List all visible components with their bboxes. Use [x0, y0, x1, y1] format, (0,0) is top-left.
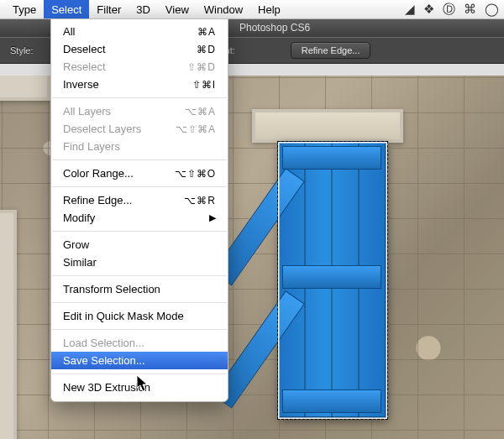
- menu-select[interactable]: Select: [44, 0, 89, 18]
- menu-item-label: Similar: [63, 256, 97, 269]
- canvas-image: [0, 76, 50, 101]
- menu-item-shortcut: ⇧⌘D: [187, 61, 216, 73]
- canvas-image: [0, 210, 17, 439]
- menu-filter[interactable]: Filter: [89, 0, 129, 18]
- menu-item-label: Inverse: [63, 78, 99, 91]
- menu-item-label: All Layers: [63, 105, 111, 118]
- menu-item-label: Save Selection...: [63, 354, 145, 367]
- menu-separator: [52, 374, 227, 374]
- menu-item-shortcut: ⌘A: [197, 26, 216, 38]
- menu-item-modify[interactable]: Modify▶: [51, 209, 228, 227]
- menu-separator: [52, 302, 227, 303]
- menu-item-shortcut: ⌥⌘A: [185, 106, 216, 118]
- menu-item-label: Deselect: [63, 43, 106, 55]
- menu-item-shortcut: ⌥⇧⌘O: [175, 168, 216, 180]
- menu-separator: [52, 159, 227, 160]
- menu-item-shortcut: ⌥⇧⌘A: [176, 123, 216, 135]
- menu-item-inverse[interactable]: Inverse⇧⌘I: [51, 76, 228, 93]
- menu-item-label: Load Selection...: [63, 337, 144, 349]
- menu-item-label: Color Range...: [63, 167, 134, 180]
- submenu-arrow-icon: ▶: [209, 212, 216, 223]
- menu-item-all-layers: All Layers⌥⌘A: [51, 102, 228, 120]
- menu-item-label: Find Layers: [63, 140, 120, 153]
- menu-item-deselect-layers: Deselect Layers⌥⇧⌘A: [51, 120, 228, 138]
- menu-item-label: Reselect: [63, 60, 106, 73]
- dropbox-icon[interactable]: ❖: [423, 2, 434, 17]
- menu-item-load-selection: Load Selection...: [51, 334, 228, 352]
- menu-separator: [52, 329, 227, 330]
- menu-item-grow[interactable]: Grow: [51, 236, 228, 253]
- menu-item-similar[interactable]: Similar: [51, 253, 228, 271]
- menu-item-shortcut: ⇧⌘I: [192, 79, 216, 91]
- menu-item-label: All: [63, 25, 75, 38]
- menu-item-reselect: Reselect⇧⌘D: [51, 58, 228, 76]
- menu-help[interactable]: Help: [250, 0, 288, 18]
- menu-item-shortcut: ⌘D: [197, 44, 216, 55]
- menu-item-shortcut: ⌥⌘R: [184, 195, 216, 206]
- creative-icon[interactable]: ◯: [485, 2, 499, 17]
- menu-item-label: Edit in Quick Mask Mode: [63, 310, 184, 322]
- refine-edge-button[interactable]: Refine Edge...: [291, 42, 371, 59]
- mac-menubar: Type Select Filter 3D View Window Help ◢…: [0, 0, 504, 19]
- menu-separator: [52, 186, 227, 187]
- menu-item-transform-selection[interactable]: Transform Selection: [51, 280, 228, 298]
- menu-item-label: Grow: [63, 238, 89, 251]
- menu-item-label: Refine Edge...: [63, 194, 132, 206]
- menu-item-refine-edge[interactable]: Refine Edge...⌥⌘R: [51, 191, 228, 209]
- menu-item-all[interactable]: All⌘A: [51, 23, 228, 40]
- menu-item-new-3d-extrusion[interactable]: New 3D Extrusion: [51, 379, 228, 396]
- menubar-status-icons: ◢ ❖ Ⓓ ⌘ ◯: [405, 2, 499, 18]
- menu-item-find-layers: Find Layers: [51, 138, 228, 155]
- menu-item-label: Transform Selection: [63, 283, 160, 295]
- menu-item-deselect[interactable]: Deselect⌘D: [51, 40, 228, 58]
- menu-separator: [52, 275, 227, 276]
- menu-3d[interactable]: 3D: [129, 0, 158, 18]
- cloud-icon[interactable]: ⌘: [464, 2, 476, 17]
- menu-item-color-range[interactable]: Color Range...⌥⇧⌘O: [51, 165, 228, 182]
- drive-icon[interactable]: ◢: [405, 2, 415, 17]
- menu-separator: [52, 231, 227, 232]
- menu-item-save-selection[interactable]: Save Selection...: [51, 352, 228, 369]
- menu-separator: [52, 97, 227, 98]
- menu-item-label: New 3D Extrusion: [63, 381, 150, 394]
- menu-type[interactable]: Type: [5, 0, 44, 18]
- options-style-label: Style:: [10, 45, 34, 55]
- menu-window[interactable]: Window: [197, 0, 250, 18]
- behance-icon[interactable]: Ⓓ: [443, 2, 455, 18]
- app-title: Photoshop CS6: [239, 22, 310, 34]
- select-menu-dropdown: All⌘ADeselect⌘DReselect⇧⌘DInverse⇧⌘IAll …: [50, 18, 228, 402]
- canvas-image: [252, 109, 403, 143]
- menu-item-label: Modify: [63, 212, 95, 224]
- menu-view[interactable]: View: [158, 0, 197, 18]
- menu-item-edit-in-quick-mask-mode[interactable]: Edit in Quick Mask Mode: [51, 307, 228, 325]
- marquee-selection[interactable]: [277, 141, 388, 420]
- menu-item-label: Deselect Layers: [63, 123, 141, 135]
